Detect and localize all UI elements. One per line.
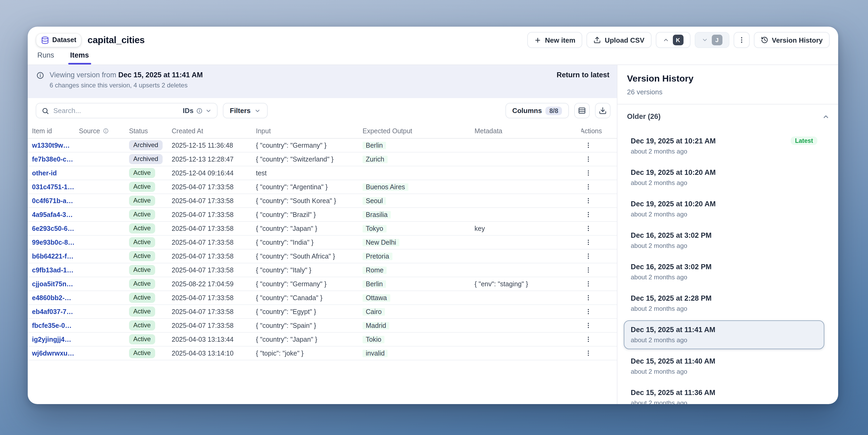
version-entry[interactable]: Dec 16, 2025 at 3:02 PM about 2 months a… [624,226,824,255]
chevron-down-icon [205,107,212,114]
status-cell: Active [129,223,172,234]
item-id-link[interactable]: 99e93b0c-88... [32,239,79,246]
filters-button[interactable]: Filters [223,103,268,118]
version-history-button[interactable]: Version History [754,32,830,48]
table-row[interactable]: e4860bb2-e4... Active 2025-04-07 17:33:5… [28,291,617,305]
table-row[interactable]: c9fb13ad-18ff... Active 2025-04-07 17:33… [28,263,617,277]
version-entry[interactable]: Dec 16, 2025 at 3:02 PM about 2 months a… [624,257,824,286]
item-id-link[interactable]: fbcfe35e-0c8... [32,322,79,329]
item-id-link[interactable]: e4860bb2-e4... [32,294,79,302]
version-entry[interactable]: Dec 19, 2025 at 10:20 AM about 2 months … [624,163,824,192]
table-row[interactable]: b6b64221-f9... Active 2025-04-07 17:33:5… [28,249,617,263]
table-row[interactable]: wj6dwrwxu6j... Active 2025-04-03 13:14:1… [28,346,617,361]
row-kebab-icon[interactable] [584,169,592,177]
item-id-link[interactable]: 0c4f671b-ac5... [32,197,79,205]
row-kebab-icon[interactable] [584,183,592,191]
table-row[interactable]: 99e93b0c-88... Active 2025-04-07 17:33:5… [28,236,617,249]
tab-items[interactable]: Items [69,50,90,64]
table-row[interactable]: 0c4f671b-ac5... Active 2025-04-07 17:33:… [28,194,617,208]
columns-button[interactable]: Columns 8/8 [505,103,569,118]
row-kebab-icon[interactable] [584,196,592,205]
tab-runs[interactable]: Runs [36,50,55,64]
row-density-button[interactable] [574,103,590,118]
col-status[interactable]: Status [129,127,172,134]
return-to-latest-link[interactable]: Return to latest [557,71,610,79]
search-input[interactable] [53,106,179,115]
item-id-link[interactable]: ig2yjingjj4hql... [32,336,79,343]
version-entry[interactable]: Dec 15, 2025 at 11:41 AM about 2 months … [624,320,824,349]
row-kebab-icon[interactable] [584,141,592,150]
search-box[interactable]: IDs [36,103,218,118]
item-id-link[interactable]: 6e293c50-6b... [32,225,79,232]
created-at-cell: 2025-12-13 12:28:47 [172,155,256,163]
table-row[interactable]: 031c4751-13... Active 2025-04-07 17:33:5… [28,180,617,194]
older-section-header[interactable]: Older (26) [627,113,830,121]
row-kebab-icon[interactable] [584,210,592,219]
download-button[interactable] [595,103,611,118]
row-kebab-icon[interactable] [584,307,592,316]
upload-csv-button[interactable]: Upload CSV [587,32,651,48]
version-count: 26 versions [627,88,830,96]
version-age: about 2 months ago [631,399,817,404]
created-at-cell: 2025-12-15 11:36:48 [172,142,256,149]
table-row[interactable]: 4a95afa4-3b... Active 2025-04-07 17:33:5… [28,208,617,222]
table-row[interactable]: fe7b38e0-ca4... Archived 2025-12-13 12:2… [28,152,617,166]
col-expected-output[interactable]: Expected Output [363,127,474,134]
item-id-link[interactable]: b6b64221-f9... [32,252,79,260]
table-row[interactable]: cjjoa5it75n3jr... Active 2025-08-22 17:0… [28,277,617,291]
row-kebab-icon[interactable] [584,238,592,247]
col-item-id[interactable]: Item id [32,127,79,134]
col-metadata[interactable]: Metadata [474,127,581,134]
status-cell: Active [129,279,172,289]
input-cell: { "country": "South Africa" } [256,252,363,260]
user-k-menu-button[interactable]: K [655,32,690,48]
col-input[interactable]: Input [256,127,363,134]
col-source[interactable]: Source [79,127,129,134]
row-kebab-icon[interactable] [584,335,592,344]
version-date: Dec 15, 2025 at 11:36 AM [631,389,715,397]
table-row[interactable]: 6e293c50-6b... Active 2025-04-07 17:33:5… [28,222,617,236]
row-kebab-icon[interactable] [584,252,592,260]
row-kebab-icon[interactable] [584,266,592,274]
row-kebab-icon[interactable] [584,224,592,233]
more-actions-button[interactable] [733,32,749,48]
input-cell: test [256,169,363,177]
item-id-link[interactable]: 4a95afa4-3b... [32,211,79,218]
user-j-menu-button[interactable]: J [694,32,729,48]
status-badge: Active [129,223,155,234]
download-icon [599,106,607,115]
table-row[interactable]: eb4af037-791... Active 2025-04-07 17:33:… [28,305,617,319]
table-row[interactable]: other-id Active 2025-12-04 09:16:44 test [28,166,617,180]
search-field-selector[interactable]: IDs [183,106,212,115]
table-row[interactable]: w1330t9ww1a... Archived 2025-12-15 11:36… [28,138,617,152]
item-id-link[interactable]: fe7b38e0-ca4... [32,155,79,163]
row-kebab-icon[interactable] [584,155,592,163]
table-row[interactable]: ig2yjingjj4hql... Active 2025-04-03 13:1… [28,333,617,346]
input-cell: { "topic": "joke" } [256,349,363,357]
version-entry[interactable]: Dec 15, 2025 at 11:36 AM about 2 months … [624,383,824,404]
item-id-link[interactable]: eb4af037-791... [32,308,79,315]
input-cell: { "country": "Japan" } [256,225,363,232]
status-badge: Active [129,196,155,206]
col-created-at[interactable]: Created At [172,127,256,134]
version-entry[interactable]: Dec 15, 2025 at 2:28 PM about 2 months a… [624,289,824,318]
row-kebab-icon[interactable] [584,280,592,288]
row-kebab-icon[interactable] [584,349,592,358]
version-entry[interactable]: Dec 19, 2025 at 10:21 AM Latest about 2 … [624,131,824,160]
new-item-button[interactable]: New item [527,32,582,48]
row-kebab-icon[interactable] [584,293,592,302]
item-id-link[interactable]: w1330t9ww1a... [32,142,79,149]
version-entry[interactable]: Dec 15, 2025 at 11:40 AM about 2 months … [624,352,824,381]
item-id-link[interactable]: c9fb13ad-18ff... [32,266,79,274]
item-id-link[interactable]: 031c4751-13... [32,183,79,191]
status-badge: Active [129,182,155,192]
created-at-cell: 2025-04-07 17:33:58 [172,294,256,302]
input-cell: { "country": "Germany" } [256,280,363,288]
item-id-link[interactable]: other-id [32,169,79,177]
table-row[interactable]: fbcfe35e-0c8... Active 2025-04-07 17:33:… [28,319,617,333]
row-kebab-icon[interactable] [584,321,592,330]
item-id-link[interactable]: wj6dwrwxu6j... [32,349,79,357]
status-badge: Active [129,293,155,303]
item-id-link[interactable]: cjjoa5it75n3jr... [32,280,79,288]
version-entry[interactable]: Dec 19, 2025 at 10:20 AM about 2 months … [624,194,824,223]
